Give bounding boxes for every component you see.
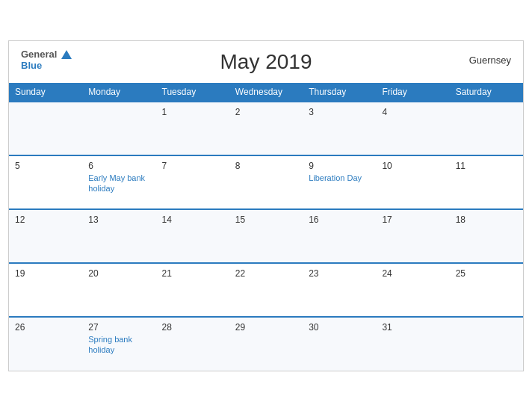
day-number: 30 xyxy=(309,322,370,333)
calendar-cell: 25 xyxy=(450,263,523,317)
day-number: 22 xyxy=(235,268,297,279)
day-number: 6 xyxy=(88,161,149,171)
calendar-cell: 15 xyxy=(229,209,303,263)
calendar-cell: 2 xyxy=(229,102,303,155)
weekday-header-monday: Monday xyxy=(82,83,155,102)
day-number: 18 xyxy=(456,214,517,225)
calendar-cell xyxy=(450,102,523,155)
month-title: May 2019 xyxy=(220,50,312,74)
calendar-cell: 10 xyxy=(376,155,449,209)
calendar-cell xyxy=(9,102,82,155)
holiday-label: Spring bank holiday xyxy=(88,335,132,354)
weekday-header-saturday: Saturday xyxy=(450,83,523,102)
calendar-cell: 9Liberation Day xyxy=(303,155,376,209)
weekday-header-friday: Friday xyxy=(376,83,449,102)
calendar-cell: 30 xyxy=(303,317,376,371)
day-number: 14 xyxy=(162,214,223,225)
calendar-cell: 20 xyxy=(82,263,155,317)
day-number: 7 xyxy=(162,161,223,171)
day-number: 31 xyxy=(382,322,443,333)
weekday-header-wednesday: Wednesday xyxy=(229,83,303,102)
calendar-cell: 11 xyxy=(450,155,523,209)
day-number: 28 xyxy=(162,322,223,333)
calendar-cell: 27Spring bank holiday xyxy=(82,317,155,371)
calendar-cell: 24 xyxy=(376,263,449,317)
calendar-cell: 1 xyxy=(156,102,229,155)
day-number: 4 xyxy=(382,107,443,117)
day-number: 27 xyxy=(88,322,149,333)
day-number: 13 xyxy=(88,214,149,225)
calendar-cell: 28 xyxy=(156,317,229,371)
weekday-header-row: SundayMondayTuesdayWednesdayThursdayFrid… xyxy=(9,83,523,102)
calendar-cell: 23 xyxy=(303,263,376,317)
day-number: 1 xyxy=(162,107,223,117)
weekday-header-thursday: Thursday xyxy=(303,83,376,102)
logo-triangle-icon xyxy=(61,50,72,59)
day-number: 23 xyxy=(309,268,370,279)
day-number: 19 xyxy=(15,268,76,279)
calendar-cell xyxy=(82,102,155,155)
day-number: 16 xyxy=(309,214,370,225)
day-number: 24 xyxy=(382,268,443,279)
calendar-cell: 4 xyxy=(376,102,449,155)
logo-general: General xyxy=(21,49,57,60)
logo-blue: Blue xyxy=(21,60,42,71)
week-row-0: 1234 xyxy=(9,102,523,155)
day-number: 17 xyxy=(382,214,443,225)
calendar: General Blue May 2019 Guernsey SundayMon… xyxy=(8,40,524,371)
calendar-cell: 7 xyxy=(156,155,229,209)
day-number: 9 xyxy=(309,161,370,171)
day-number: 10 xyxy=(382,161,443,171)
calendar-cell xyxy=(450,317,523,371)
week-row-1: 56Early May bank holiday789Liberation Da… xyxy=(9,155,523,209)
day-number: 5 xyxy=(15,161,76,171)
day-number: 11 xyxy=(456,161,517,171)
day-number: 15 xyxy=(235,214,297,225)
calendar-cell: 14 xyxy=(156,209,229,263)
weekday-header-tuesday: Tuesday xyxy=(156,83,229,102)
holiday-label: Early May bank holiday xyxy=(88,173,145,193)
week-row-2: 12131415161718 xyxy=(9,209,523,263)
weekday-header-sunday: Sunday xyxy=(9,83,82,102)
calendar-cell: 16 xyxy=(303,209,376,263)
calendar-cell: 22 xyxy=(229,263,303,317)
day-number: 3 xyxy=(309,107,370,117)
day-number: 25 xyxy=(456,268,517,279)
day-number: 8 xyxy=(235,161,297,171)
day-number: 12 xyxy=(15,214,76,225)
calendar-cell: 3 xyxy=(303,102,376,155)
day-number: 2 xyxy=(235,107,297,117)
logo: General Blue xyxy=(21,49,72,72)
day-number: 29 xyxy=(235,322,297,333)
calendar-cell: 13 xyxy=(82,209,155,263)
week-row-4: 2627Spring bank holiday28293031 xyxy=(9,317,523,371)
calendar-cell: 31 xyxy=(376,317,449,371)
week-row-3: 19202122232425 xyxy=(9,263,523,317)
day-number: 26 xyxy=(15,322,76,333)
calendar-cell: 12 xyxy=(9,209,82,263)
calendar-cell: 26 xyxy=(9,317,82,371)
calendar-cell: 29 xyxy=(229,317,303,371)
calendar-cell: 18 xyxy=(450,209,523,263)
calendar-cell: 17 xyxy=(376,209,449,263)
calendar-header: General Blue May 2019 Guernsey xyxy=(9,41,523,83)
region-label: Guernsey xyxy=(469,55,511,66)
calendar-cell: 8 xyxy=(229,155,303,209)
calendar-cell: 19 xyxy=(9,263,82,317)
day-number: 20 xyxy=(88,268,149,279)
day-number: 21 xyxy=(162,268,223,279)
calendar-cell: 21 xyxy=(156,263,229,317)
calendar-table: SundayMondayTuesdayWednesdayThursdayFrid… xyxy=(9,83,523,371)
calendar-cell: 6Early May bank holiday xyxy=(82,155,155,209)
holiday-label: Liberation Day xyxy=(309,173,362,182)
calendar-cell: 5 xyxy=(9,155,82,209)
